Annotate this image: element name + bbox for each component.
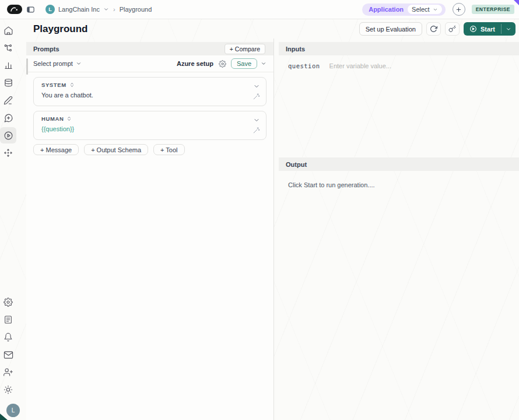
output-empty-message: Click Start to run generation....	[288, 181, 375, 188]
application-select-value: Select	[412, 6, 430, 13]
sidebar-item-annotation[interactable]	[0, 92, 16, 109]
chevron-down-icon	[433, 7, 438, 12]
play-circle-icon	[469, 25, 477, 33]
breadcrumb-org[interactable]: LangChain Inc	[58, 6, 100, 13]
sidebar: L	[0, 19, 26, 420]
add-output-schema-button[interactable]: + Output Schema	[84, 144, 148, 155]
bell-icon	[3, 332, 13, 342]
application-selector[interactable]: Application Select	[362, 4, 445, 16]
prompts-panel-header: Prompts + Compare	[26, 42, 273, 55]
chevron-down-icon	[76, 61, 82, 66]
user-avatar[interactable]: L	[6, 404, 20, 417]
topbar: L LangChain Inc › Playground Application…	[0, 0, 519, 19]
output-panel-body: Click Start to run generation....	[279, 171, 519, 420]
topbar-left: L LangChain Inc › Playground	[7, 5, 152, 14]
message-card-human: HUMAN {{question}}	[33, 111, 266, 140]
breadcrumb-separator: ›	[113, 6, 116, 13]
save-options-button[interactable]	[261, 61, 266, 66]
role-selector[interactable]: HUMAN	[41, 116, 64, 122]
message-content[interactable]: You are a chatbot.	[34, 88, 266, 99]
org-avatar: L	[45, 5, 55, 14]
pencil-icon	[3, 96, 13, 105]
io-panel: Inputs question Output Click Start to ru…	[279, 38, 519, 420]
bar-chart-icon	[3, 61, 13, 71]
play-circle-icon	[3, 131, 13, 141]
topbar-right: Application Select ENTERPRISE	[362, 3, 514, 16]
refresh-icon	[430, 25, 437, 33]
select-prompt-label: Select prompt	[33, 60, 73, 67]
database-icon	[3, 78, 13, 88]
add-message-button[interactable]: + Message	[33, 144, 79, 155]
sidebar-item-tracing-projects[interactable]	[0, 39, 16, 57]
breadcrumb: L LangChain Inc › Playground	[45, 5, 152, 14]
sidebar-item-deployments[interactable]	[0, 144, 16, 162]
gear-icon	[219, 60, 226, 68]
model-settings-button[interactable]	[219, 60, 226, 68]
secrets-button[interactable]	[445, 22, 460, 36]
tracing-projects-icon	[3, 43, 13, 53]
left-panel-scrollbar[interactable]	[26, 58, 28, 75]
start-button[interactable]: Start	[464, 22, 501, 36]
sidebar-item-chat-feedback[interactable]	[0, 109, 16, 127]
sidebar-item-dashboards[interactable]	[0, 57, 16, 74]
page-title: Playground	[33, 23, 88, 35]
org-chevron-down-icon[interactable]	[103, 6, 109, 12]
sidebar-nav-bottom	[0, 293, 26, 398]
gear-icon	[3, 298, 13, 307]
sidebar-item-playground[interactable]	[0, 127, 16, 144]
model-config-button[interactable]: Azure setup	[177, 60, 213, 67]
select-prompt-dropdown[interactable]: Select prompt	[33, 60, 82, 67]
unfold-icon	[69, 82, 75, 88]
header-actions: Set up Evaluation Start	[359, 22, 516, 36]
sidebar-item-datasets[interactable]	[0, 74, 16, 92]
message-role-row: SYSTEM	[34, 78, 266, 88]
langsmith-logo	[7, 5, 22, 14]
message-card-system: SYSTEM You are a chatbot.	[33, 77, 266, 106]
document-icon	[3, 315, 13, 324]
sidebar-item-docs[interactable]	[0, 311, 16, 328]
save-button[interactable]: Save	[231, 58, 257, 69]
inputs-panel-title: Inputs	[286, 46, 305, 52]
breadcrumb-page: Playground	[120, 6, 152, 13]
refresh-button[interactable]	[426, 22, 441, 36]
user-plus-icon	[3, 368, 13, 377]
collapse-message-button[interactable]	[253, 117, 260, 124]
collapse-message-button[interactable]	[253, 83, 260, 90]
start-options-button[interactable]	[502, 22, 516, 36]
sun-icon	[3, 385, 13, 394]
add-tool-button[interactable]: + Tool	[153, 144, 184, 155]
prompt-canvas-wand-button[interactable]	[253, 93, 260, 100]
sidebar-toggle-icon[interactable]	[26, 5, 35, 14]
chevron-down-icon	[506, 26, 511, 32]
inputs-panel-header: Inputs	[279, 42, 519, 55]
input-variable-row: question	[288, 62, 510, 69]
inputs-panel-body: question	[279, 55, 519, 158]
message-content[interactable]: {{question}}	[34, 122, 266, 132]
sidebar-item-theme-toggle[interactable]	[0, 381, 16, 398]
output-panel-header: Output	[279, 158, 519, 171]
role-selector[interactable]: SYSTEM	[41, 82, 66, 88]
setup-evaluation-button[interactable]: Set up Evaluation	[359, 22, 422, 36]
sidebar-item-mail[interactable]	[0, 346, 16, 363]
add-application-button[interactable]	[453, 3, 465, 16]
sidebar-item-settings[interactable]	[0, 293, 16, 311]
prompt-toolbar: Select prompt Azure setup Save	[26, 55, 273, 72]
sidebar-item-notifications[interactable]	[0, 328, 16, 346]
start-split-button: Start	[464, 22, 516, 36]
start-label: Start	[481, 26, 495, 33]
variable-value-input[interactable]	[329, 62, 510, 69]
prompts-panel-body: Select prompt Azure setup Save SYSTEM	[26, 55, 273, 420]
chevron-down-icon	[253, 83, 260, 90]
wand-icon	[253, 127, 260, 134]
sidebar-item-invite-user[interactable]	[0, 363, 16, 381]
application-select[interactable]: Select	[408, 5, 442, 14]
page-header: Playground Set up Evaluation Start	[0, 19, 519, 38]
sidebar-nav-top	[0, 22, 26, 162]
plus-icon	[455, 6, 462, 13]
prompt-canvas-wand-button[interactable]	[253, 127, 260, 134]
move-icon	[3, 148, 13, 158]
prompts-panel: Prompts + Compare Select prompt Azure se…	[26, 38, 274, 420]
key-icon	[448, 25, 456, 33]
compare-button[interactable]: + Compare	[225, 44, 265, 54]
output-panel-title: Output	[286, 161, 307, 168]
